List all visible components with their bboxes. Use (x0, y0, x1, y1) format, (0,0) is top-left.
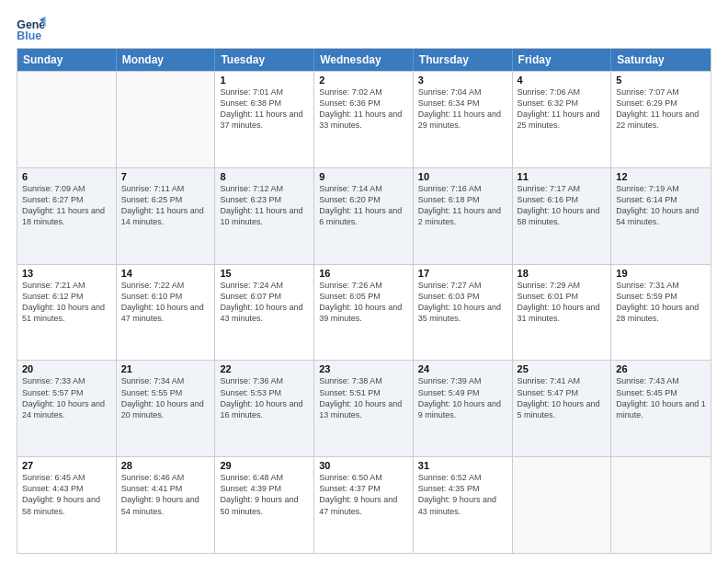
calendar-cell: 18Sunrise: 7:29 AM Sunset: 6:01 PM Dayli… (513, 265, 612, 361)
day-number: 25 (518, 363, 607, 374)
cell-info: Sunrise: 7:34 AM Sunset: 5:55 PM Dayligh… (121, 375, 210, 420)
day-number: 7 (121, 171, 210, 182)
day-number: 19 (616, 268, 706, 279)
calendar-row: 6Sunrise: 7:09 AM Sunset: 6:27 PM Daylig… (17, 167, 711, 264)
cell-info: Sunrise: 7:07 AM Sunset: 6:29 PM Dayligh… (616, 86, 706, 132)
day-number: 28 (121, 460, 210, 471)
cell-info: Sunrise: 6:45 AM Sunset: 4:43 PM Dayligh… (22, 472, 111, 517)
calendar-cell: 24Sunrise: 7:39 AM Sunset: 5:49 PM Dayli… (414, 361, 513, 456)
cell-info: Sunrise: 6:46 AM Sunset: 4:41 PM Dayligh… (121, 472, 210, 517)
day-number: 27 (22, 460, 111, 471)
calendar-row: 1Sunrise: 7:01 AM Sunset: 6:38 PM Daylig… (17, 71, 711, 167)
day-number: 9 (319, 171, 408, 182)
calendar-cell: 8Sunrise: 7:12 AM Sunset: 6:23 PM Daylig… (215, 168, 314, 264)
calendar-cell: 10Sunrise: 7:16 AM Sunset: 6:18 PM Dayli… (414, 168, 513, 264)
header: General Blue (17, 17, 711, 42)
weekday-header: Saturday (611, 49, 711, 71)
cell-info: Sunrise: 6:52 AM Sunset: 4:35 PM Dayligh… (418, 472, 507, 517)
calendar-cell: 20Sunrise: 7:33 AM Sunset: 5:57 PM Dayli… (17, 361, 117, 456)
weekday-header: Thursday (414, 49, 513, 71)
calendar-cell (117, 72, 216, 167)
cell-info: Sunrise: 7:22 AM Sunset: 6:10 PM Dayligh… (121, 280, 210, 325)
calendar-cell (611, 457, 711, 553)
day-number: 15 (220, 268, 309, 279)
calendar-cell: 25Sunrise: 7:41 AM Sunset: 5:47 PM Dayli… (513, 361, 612, 456)
calendar-cell: 31Sunrise: 6:52 AM Sunset: 4:35 PM Dayli… (414, 457, 513, 553)
day-number: 23 (319, 363, 408, 374)
day-number: 31 (418, 460, 507, 471)
day-number: 14 (121, 268, 210, 279)
calendar-cell: 2Sunrise: 7:02 AM Sunset: 6:36 PM Daylig… (314, 72, 414, 167)
day-number: 17 (418, 268, 507, 279)
day-number: 24 (418, 363, 507, 374)
cell-info: Sunrise: 6:50 AM Sunset: 4:37 PM Dayligh… (319, 472, 408, 517)
day-number: 12 (616, 171, 706, 182)
calendar-cell: 15Sunrise: 7:24 AM Sunset: 6:07 PM Dayli… (215, 265, 314, 361)
day-number: 8 (220, 171, 309, 182)
logo: General Blue (17, 17, 46, 42)
day-number: 21 (121, 363, 210, 374)
page: General Blue SundayMondayTuesdayWednesda… (0, 0, 728, 563)
cell-info: Sunrise: 7:29 AM Sunset: 6:01 PM Dayligh… (518, 280, 607, 325)
day-number: 30 (319, 460, 408, 471)
cell-info: Sunrise: 7:01 AM Sunset: 6:38 PM Dayligh… (220, 86, 309, 132)
calendar-cell: 22Sunrise: 7:36 AM Sunset: 5:53 PM Dayli… (215, 361, 314, 456)
calendar-body: 1Sunrise: 7:01 AM Sunset: 6:38 PM Daylig… (17, 71, 711, 553)
cell-info: Sunrise: 7:38 AM Sunset: 5:51 PM Dayligh… (319, 375, 408, 420)
cell-info: Sunrise: 7:36 AM Sunset: 5:53 PM Dayligh… (220, 375, 309, 420)
day-number: 4 (518, 75, 607, 86)
weekday-header: Tuesday (215, 49, 314, 71)
day-number: 22 (220, 363, 309, 374)
calendar-cell (17, 72, 117, 167)
cell-info: Sunrise: 7:14 AM Sunset: 6:20 PM Dayligh… (319, 183, 408, 228)
cell-info: Sunrise: 7:31 AM Sunset: 5:59 PM Dayligh… (616, 280, 706, 325)
weekday-header: Sunday (17, 49, 117, 71)
cell-info: Sunrise: 7:04 AM Sunset: 6:34 PM Dayligh… (418, 86, 507, 132)
cell-info: Sunrise: 7:19 AM Sunset: 6:14 PM Dayligh… (616, 183, 706, 228)
calendar-cell: 27Sunrise: 6:45 AM Sunset: 4:43 PM Dayli… (17, 457, 117, 553)
cell-info: Sunrise: 7:43 AM Sunset: 5:45 PM Dayligh… (616, 375, 706, 420)
day-number: 29 (220, 460, 309, 471)
calendar-cell: 9Sunrise: 7:14 AM Sunset: 6:20 PM Daylig… (314, 168, 414, 264)
calendar-cell (513, 457, 612, 553)
cell-info: Sunrise: 7:26 AM Sunset: 6:05 PM Dayligh… (319, 280, 408, 325)
day-number: 3 (418, 75, 507, 86)
day-number: 5 (616, 75, 706, 86)
day-number: 10 (418, 171, 507, 182)
cell-info: Sunrise: 7:21 AM Sunset: 6:12 PM Dayligh… (22, 280, 111, 325)
weekday-header: Friday (513, 49, 612, 71)
calendar-cell: 17Sunrise: 7:27 AM Sunset: 6:03 PM Dayli… (414, 265, 513, 361)
cell-info: Sunrise: 7:39 AM Sunset: 5:49 PM Dayligh… (418, 375, 507, 420)
calendar-cell: 26Sunrise: 7:43 AM Sunset: 5:45 PM Dayli… (611, 361, 711, 456)
calendar-row: 20Sunrise: 7:33 AM Sunset: 5:57 PM Dayli… (17, 360, 711, 456)
logo-icon: General Blue (17, 17, 46, 42)
calendar-cell: 11Sunrise: 7:17 AM Sunset: 6:16 PM Dayli… (513, 168, 612, 264)
weekday-header: Monday (117, 49, 216, 71)
weekday-header: Wednesday (314, 49, 414, 71)
day-number: 16 (319, 268, 408, 279)
calendar-cell: 23Sunrise: 7:38 AM Sunset: 5:51 PM Dayli… (314, 361, 414, 456)
calendar-cell: 29Sunrise: 6:48 AM Sunset: 4:39 PM Dayli… (215, 457, 314, 553)
calendar-row: 13Sunrise: 7:21 AM Sunset: 6:12 PM Dayli… (17, 264, 711, 361)
calendar-cell: 3Sunrise: 7:04 AM Sunset: 6:34 PM Daylig… (414, 72, 513, 167)
calendar-cell: 1Sunrise: 7:01 AM Sunset: 6:38 PM Daylig… (215, 72, 314, 167)
cell-info: Sunrise: 7:24 AM Sunset: 6:07 PM Dayligh… (220, 280, 309, 325)
day-number: 11 (518, 171, 607, 182)
cell-info: Sunrise: 7:33 AM Sunset: 5:57 PM Dayligh… (22, 375, 111, 420)
cell-info: Sunrise: 7:11 AM Sunset: 6:25 PM Dayligh… (121, 183, 210, 228)
calendar-cell: 28Sunrise: 6:46 AM Sunset: 4:41 PM Dayli… (117, 457, 216, 553)
day-number: 1 (220, 75, 309, 86)
calendar: SundayMondayTuesdayWednesdayThursdayFrid… (17, 48, 711, 554)
calendar-cell: 21Sunrise: 7:34 AM Sunset: 5:55 PM Dayli… (117, 361, 216, 456)
calendar-cell: 19Sunrise: 7:31 AM Sunset: 5:59 PM Dayli… (611, 265, 711, 361)
cell-info: Sunrise: 7:12 AM Sunset: 6:23 PM Dayligh… (220, 183, 309, 228)
calendar-cell: 13Sunrise: 7:21 AM Sunset: 6:12 PM Dayli… (17, 265, 117, 361)
calendar-cell: 14Sunrise: 7:22 AM Sunset: 6:10 PM Dayli… (117, 265, 216, 361)
day-number: 13 (22, 268, 111, 279)
day-number: 2 (319, 75, 408, 86)
day-number: 18 (518, 268, 607, 279)
cell-info: Sunrise: 7:02 AM Sunset: 6:36 PM Dayligh… (319, 86, 408, 132)
calendar-cell: 6Sunrise: 7:09 AM Sunset: 6:27 PM Daylig… (17, 168, 117, 264)
calendar-cell: 12Sunrise: 7:19 AM Sunset: 6:14 PM Dayli… (611, 168, 711, 264)
day-number: 26 (616, 363, 706, 374)
